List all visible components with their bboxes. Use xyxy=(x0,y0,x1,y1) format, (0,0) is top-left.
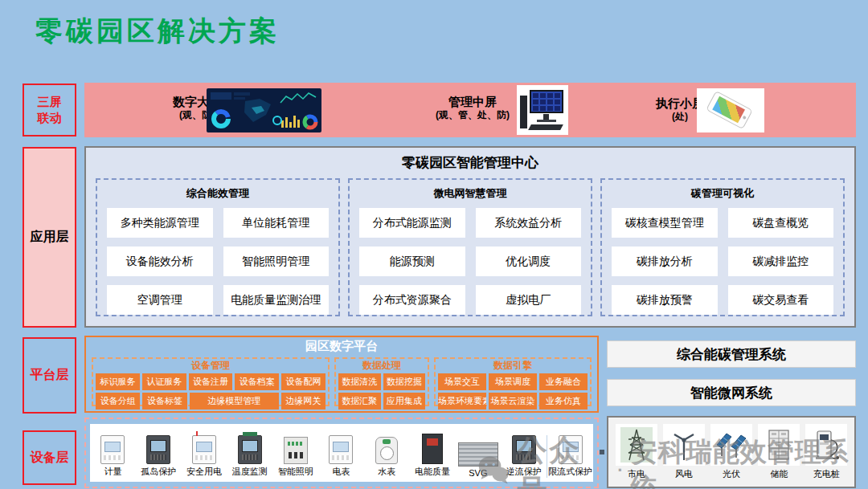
platform-module: 数据清洗 xyxy=(338,373,381,390)
source-item: 风电 xyxy=(661,424,706,480)
source-item: 市电 xyxy=(614,424,658,480)
system-energy-carbon: 综合能碳管理系统 xyxy=(607,340,856,368)
electrical-safety-image xyxy=(192,435,216,464)
platform-module: 认证服务 xyxy=(142,373,186,390)
app-module: 碳盘查概览 xyxy=(728,208,834,238)
phone-screen xyxy=(712,96,745,124)
reverse-flow-protection-image xyxy=(512,435,536,464)
app-module: 单位能耗管理 xyxy=(223,208,330,238)
device-label: 电能质量 xyxy=(410,466,456,478)
platform-group-data-engine: 数据引擎 场景交互 场景调度 业务融合 场景环境要素 场景云渲染 业务仿真 xyxy=(434,357,592,406)
system-smart-microgrid: 智能微网系统 xyxy=(607,379,856,406)
pg-title: 数据引擎 xyxy=(438,360,588,371)
source-label: 充电桩 xyxy=(805,468,849,480)
device-item: 逆流保护 xyxy=(501,435,547,478)
source-label: 风电 xyxy=(661,468,706,480)
application-layer-panel: 零碳园区智能管理中心 综合能效管理 多种类能源管理 单位能耗管理 设备能效分析 … xyxy=(84,146,856,328)
platform-module: 设备配网 xyxy=(281,373,326,390)
svg-cabinet-image xyxy=(458,442,498,467)
app-module: 碳排放分析 xyxy=(612,247,718,276)
platform-module: 场景交互 xyxy=(438,373,486,390)
platform-module: 应用集成 xyxy=(383,393,426,410)
phone-home-button xyxy=(742,116,746,120)
pg-title: 数据处理 xyxy=(338,360,425,371)
platform-module: 场景调度 xyxy=(489,373,537,390)
grid-power-image xyxy=(616,424,657,466)
platform-group-data-processing: 数据处理 数据清洗 数据挖掘 数据汇聚 应用集成 xyxy=(334,357,429,406)
app-module: 空调管理 xyxy=(107,285,213,315)
three-screens-band: 数字大屏 (观、防) xyxy=(84,83,856,137)
source-label: 市电 xyxy=(614,468,658,480)
device-label: 智能照明 xyxy=(272,466,318,478)
platform-module: 边缘网关 xyxy=(281,393,326,410)
pc-stand xyxy=(543,114,549,120)
pc-base xyxy=(537,120,556,122)
app-module: 碳核查模型管理 xyxy=(612,208,718,238)
platform-module: 边缘模型管理 xyxy=(190,393,279,410)
device-item: 温度监测 xyxy=(227,435,272,478)
device-item: SVG xyxy=(456,442,502,478)
device-item: 限流式保护 xyxy=(547,435,593,478)
solar-pv-image xyxy=(710,424,752,466)
platform-module: 场景云渲染 xyxy=(489,393,537,410)
ev-charger-image xyxy=(805,424,847,466)
app-module: 系统效益分析 xyxy=(476,208,582,238)
energy-sources-box: 市电 风电 xyxy=(607,416,856,488)
layer-label-platform: 平台层 xyxy=(23,337,76,414)
platform-module: 标识服务 xyxy=(96,373,140,390)
device-label: 计量 xyxy=(90,466,136,478)
app-module: 能源预测 xyxy=(359,247,465,276)
device-item: 孤岛保护 xyxy=(136,435,182,478)
current-limit-protection-image xyxy=(559,435,583,464)
platform-module: 设备档案 xyxy=(235,373,279,390)
device-label: 安全用电 xyxy=(182,466,227,478)
device-label: SVG xyxy=(456,468,502,478)
app-module: 碳排放预警 xyxy=(612,285,718,315)
screen-scope: (观、管、处、防) xyxy=(412,109,533,121)
device-label: 电表 xyxy=(318,466,364,478)
source-item: 充电桩 xyxy=(805,424,849,480)
platform-layer-panel: 园区数字平台 设备管理 标识服务 认证服务 设备注册 设备档案 设备配网 设备分… xyxy=(84,336,599,413)
source-label: 储能 xyxy=(757,468,801,480)
device-label: 孤岛保护 xyxy=(136,466,182,478)
antenna xyxy=(196,431,198,436)
app-group-carbon: 碳管理可视化 碳核查模型管理 碳盘查概览 碳排放分析 碳减排监控 碳排放预警 碳… xyxy=(600,178,845,316)
smart-lighting-image xyxy=(284,437,308,464)
group-title: 综合能效管理 xyxy=(107,186,329,201)
layer-label-three-screens: 三屏 联动 xyxy=(23,84,76,137)
screen-name: 管理中屏 xyxy=(412,94,533,109)
temperature-monitor-image xyxy=(238,435,262,464)
mid-screen-label: 管理中屏 (观、管、处、防) xyxy=(412,94,533,121)
device-label: 水表 xyxy=(364,466,410,478)
app-module: 智能照明管理 xyxy=(223,247,330,276)
device-item: 电表 xyxy=(318,435,364,478)
pc-keyboard xyxy=(528,124,563,130)
platform-module: 设备注册 xyxy=(189,373,233,390)
app-module: 多种类能源管理 xyxy=(107,208,213,238)
source-item: 储能 xyxy=(757,424,801,480)
device-item: 智能照明 xyxy=(272,437,318,478)
layer-label-device: 设备层 xyxy=(23,430,76,485)
energy-meter-image xyxy=(100,435,125,464)
app-module: 分布式资源聚合 xyxy=(359,285,465,315)
app-group-microgrid: 微电网智慧管理 分布式能源监测 系统效益分析 能源预测 优化调度 分布式资源聚合… xyxy=(348,178,592,316)
platform-module: 设备标签 xyxy=(142,393,186,410)
connector-dot xyxy=(600,450,604,454)
app-module: 分布式能源监测 xyxy=(359,208,465,238)
slide-canvas: 零碳园区解决方案 三屏 联动 应用层 平台层 设备层 数字大屏 (观、防) xyxy=(0,0,868,489)
device-item: 电能质量 xyxy=(410,434,456,478)
app-module: 电能质量监测治理 xyxy=(223,285,330,315)
source-item: 光伏 xyxy=(709,424,753,480)
terminal-strip xyxy=(243,432,257,436)
platform-title: 园区数字平台 xyxy=(86,337,597,354)
device-label: 限流式保护 xyxy=(547,466,593,478)
app-module: 优化调度 xyxy=(476,247,582,276)
energy-storage-image xyxy=(758,424,800,466)
device-item: 安全用电 xyxy=(182,435,227,478)
platform-module: 场景环境要素 xyxy=(438,393,486,410)
group-title: 微电网智慧管理 xyxy=(359,186,581,201)
device-strip: 计量 孤岛保护 安全用电 温度监测 智能照明 电表 水表 电能质量 xyxy=(90,424,593,482)
platform-module: 业务融合 xyxy=(539,373,588,390)
water-meter-image xyxy=(375,437,398,464)
island-protection-image xyxy=(146,435,170,464)
